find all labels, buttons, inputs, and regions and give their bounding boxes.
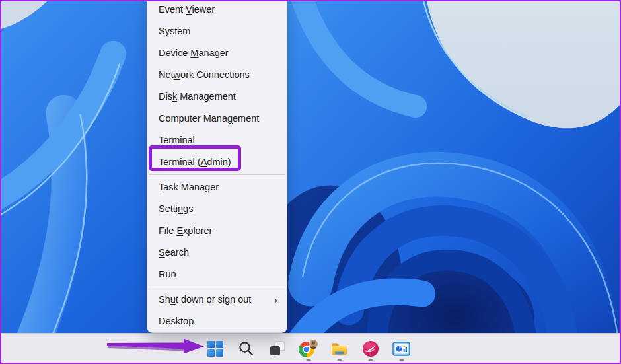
menu-item-label: Computer Management [159, 108, 259, 129]
search-button[interactable] [231, 334, 262, 363]
taskbar-icon-row [200, 334, 417, 363]
running-indicator [368, 359, 373, 361]
menu-item-file-explorer[interactable]: File Explorer [147, 220, 287, 242]
task-manager-icon [392, 340, 410, 357]
menu-item-terminal-admin[interactable]: Terminal (Admin) [147, 151, 287, 173]
menu-item-settings[interactable]: Settings [147, 198, 287, 220]
menu-item-label: Shut down or sign out [159, 289, 251, 310]
menu-item-label: Disk Management [159, 86, 236, 108]
chrome-button[interactable] [293, 334, 324, 363]
search-icon [238, 340, 254, 357]
menu-item-label: Device Manager [159, 42, 229, 64]
menu-item-shut-down-or-sign-out[interactable]: Shut down or sign out › [147, 289, 287, 310]
menu-item-run[interactable]: Run [147, 264, 287, 285]
menu-item-label: Task Manager [159, 176, 219, 198]
feather-app-button[interactable] [355, 334, 386, 363]
menu-item-disk-management[interactable]: Disk Management [147, 86, 287, 108]
menu-item-label: System [159, 20, 190, 42]
feather-app-icon [362, 340, 379, 357]
menu-item-label: Terminal [159, 129, 195, 151]
menu-item-label: Desktop [159, 310, 194, 332]
menu-item-label: Terminal (Admin) [159, 151, 231, 173]
menu-separator [149, 287, 285, 287]
menu-item-device-manager[interactable]: Device Manager [147, 42, 287, 64]
menu-item-desktop[interactable]: Desktop [147, 310, 287, 332]
start-button[interactable] [200, 334, 231, 363]
menu-item-system[interactable]: System [147, 20, 287, 42]
menu-item-label: Event Viewer [159, 0, 215, 20]
menu-item-event-viewer[interactable]: Event Viewer [147, 0, 287, 20]
task-view-icon [269, 340, 286, 357]
screenshot-frame: Event Viewer System Device Manager Netwo… [0, 0, 621, 364]
running-indicator [337, 359, 342, 361]
submenu-chevron-icon: › [274, 289, 277, 310]
task-manager-button[interactable] [386, 334, 417, 363]
menu-item-label: File Explorer [159, 220, 212, 242]
menu-item-label: Network Connections [159, 64, 250, 86]
menu-item-search[interactable]: Search [147, 242, 287, 264]
menu-item-label: Settings [159, 198, 193, 220]
menu-item-label: Run [159, 264, 176, 285]
chrome-icon [298, 339, 319, 359]
folder-icon [330, 340, 348, 357]
winx-menu-items: Event Viewer System Device Manager Netwo… [147, 0, 287, 332]
task-view-button[interactable] [262, 334, 293, 363]
menu-item-terminal[interactable]: Terminal [147, 129, 287, 151]
menu-item-computer-management[interactable]: Computer Management [147, 108, 287, 129]
desktop-wallpaper [1, 1, 620, 363]
menu-item-label: Search [159, 242, 189, 264]
running-indicator [306, 359, 310, 361]
file-explorer-button[interactable] [324, 334, 355, 363]
taskbar [1, 333, 620, 363]
menu-item-task-manager[interactable]: Task Manager [147, 176, 287, 198]
running-indicator [399, 359, 404, 361]
windows-logo-icon [207, 340, 224, 357]
menu-item-network-connections[interactable]: Network Connections [147, 64, 287, 86]
winx-context-menu: Event Viewer System Device Manager Netwo… [147, 0, 287, 333]
menu-separator [149, 174, 285, 175]
